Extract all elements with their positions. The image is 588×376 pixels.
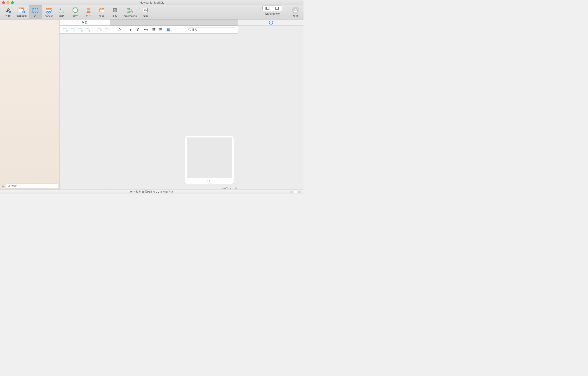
svg-line-67 <box>10 187 10 187</box>
object-search-input[interactable] <box>192 28 234 31</box>
sync-icon[interactable] <box>1 184 5 188</box>
user-button[interactable]: 用户 <box>82 5 95 20</box>
svg-point-87 <box>153 28 154 29</box>
tab-bar: 对象 <box>60 20 238 26</box>
erd-canvas[interactable]: 100% <box>60 34 238 189</box>
connection-button[interactable]: 连接 <box>1 5 15 20</box>
rsmenuview-label: rsMenuView <box>265 12 280 15</box>
svg-point-64 <box>295 9 296 11</box>
svg-point-24 <box>49 11 51 13</box>
table-button[interactable]: 表 <box>29 5 42 20</box>
info-icon[interactable]: i <box>269 21 273 25</box>
minimap[interactable] <box>185 136 234 184</box>
svg-point-92 <box>152 30 153 31</box>
search-icon <box>8 185 10 187</box>
zoom-slider-thumb[interactable] <box>208 180 210 182</box>
svg-rect-61 <box>266 7 267 10</box>
function-button[interactable]: f (x) 函数 <box>55 5 69 20</box>
svg-rect-81 <box>98 29 101 31</box>
erd-view-button[interactable] <box>165 27 171 32</box>
new-query-button[interactable]: 新建查询 <box>15 5 29 20</box>
relation-tool-button[interactable] <box>143 27 149 32</box>
zoom-slider[interactable] <box>192 181 227 181</box>
left-panel-toggle[interactable] <box>262 6 272 11</box>
zoom-out-icon[interactable] <box>188 180 190 182</box>
automation-icon <box>127 7 133 14</box>
window-controls <box>2 1 14 4</box>
import-button[interactable] <box>97 27 103 32</box>
function-icon: f (x) <box>59 7 65 14</box>
svg-point-97 <box>159 29 160 30</box>
avatar-icon <box>292 7 299 14</box>
svg-rect-20 <box>46 10 51 11</box>
tab-objects[interactable]: 对象 <box>60 20 110 25</box>
right-panel-toggle[interactable] <box>272 6 282 11</box>
object-search-box[interactable] <box>187 27 235 32</box>
pointer-tool-button[interactable] <box>128 27 134 32</box>
event-label: 事件 <box>73 14 78 18</box>
svg-point-34 <box>87 8 90 11</box>
close-button[interactable] <box>2 1 5 4</box>
login-button[interactable]: 登录 <box>289 5 302 20</box>
query-label: 查询 <box>99 14 105 18</box>
edit-table-button[interactable] <box>70 27 76 32</box>
pointer-icon <box>129 28 132 32</box>
panel-toggle-segmented <box>262 6 282 11</box>
new-table-button[interactable] <box>62 27 69 32</box>
svg-point-90 <box>153 29 154 30</box>
svg-rect-76 <box>86 28 89 29</box>
hand-tool-button[interactable] <box>135 27 141 32</box>
svg-rect-82 <box>105 28 108 29</box>
svg-rect-63 <box>278 7 279 10</box>
svg-point-93 <box>153 30 154 31</box>
svg-point-88 <box>154 28 155 29</box>
table-edit-icon <box>71 27 75 32</box>
export-button[interactable] <box>104 27 110 32</box>
svg-point-91 <box>154 29 155 30</box>
automation-button[interactable]: Automation <box>122 5 139 20</box>
list-view-button[interactable] <box>158 27 164 32</box>
new-table-plus-button[interactable] <box>77 27 84 32</box>
zoom-in-icon[interactable] <box>229 180 231 182</box>
hand-icon <box>136 28 140 32</box>
stepper-icon[interactable] <box>230 187 232 189</box>
svg-point-23 <box>47 11 48 13</box>
refresh-icon <box>117 28 121 32</box>
left-search-input[interactable] <box>11 185 57 188</box>
rsview-button[interactable]: rsView <box>42 5 55 20</box>
grid-view-dots-button[interactable] <box>150 27 157 32</box>
backup-button[interactable]: 备份 <box>108 5 122 20</box>
svg-rect-0 <box>7 8 9 10</box>
plug-icon <box>5 7 11 14</box>
object-toolbar <box>60 26 238 34</box>
right-panel-icon <box>275 7 279 10</box>
svg-point-86 <box>152 28 153 29</box>
minimap-viewport[interactable] <box>187 137 232 178</box>
model-button[interactable]: 模型 <box>139 5 152 20</box>
svg-line-102 <box>190 30 191 31</box>
refresh-button[interactable] <box>116 27 122 32</box>
window-title: Navicat for MySQL <box>140 1 164 4</box>
maximize-button[interactable] <box>11 1 14 4</box>
main-toolbar: 连接 新建查询 <box>0 5 304 20</box>
svg-rect-71 <box>71 28 74 29</box>
svg-rect-68 <box>63 28 67 29</box>
query-button[interactable]: 查询 <box>95 5 108 20</box>
svg-rect-13 <box>33 10 38 12</box>
svg-point-94 <box>154 30 155 31</box>
tab-objects-label: 对象 <box>82 21 88 25</box>
minimize-button[interactable] <box>7 1 9 4</box>
svg-point-65 <box>2 186 4 187</box>
connection-tree[interactable] <box>0 20 60 182</box>
new-query-label: 新建查询 <box>16 14 27 18</box>
status-text: 0 个 模型 在我的连接，0 在当前的组 <box>130 190 173 194</box>
grid-icon <box>167 28 170 32</box>
table-add-icon <box>63 27 68 32</box>
svg-rect-83 <box>105 29 108 31</box>
svg-text:f: f <box>60 8 61 13</box>
resize-grip-icon[interactable] <box>235 187 237 189</box>
grid-dots-icon <box>152 28 155 31</box>
event-button[interactable]: 事件 <box>69 5 82 20</box>
left-search-box[interactable] <box>6 184 58 188</box>
delete-table-button[interactable] <box>85 27 91 32</box>
